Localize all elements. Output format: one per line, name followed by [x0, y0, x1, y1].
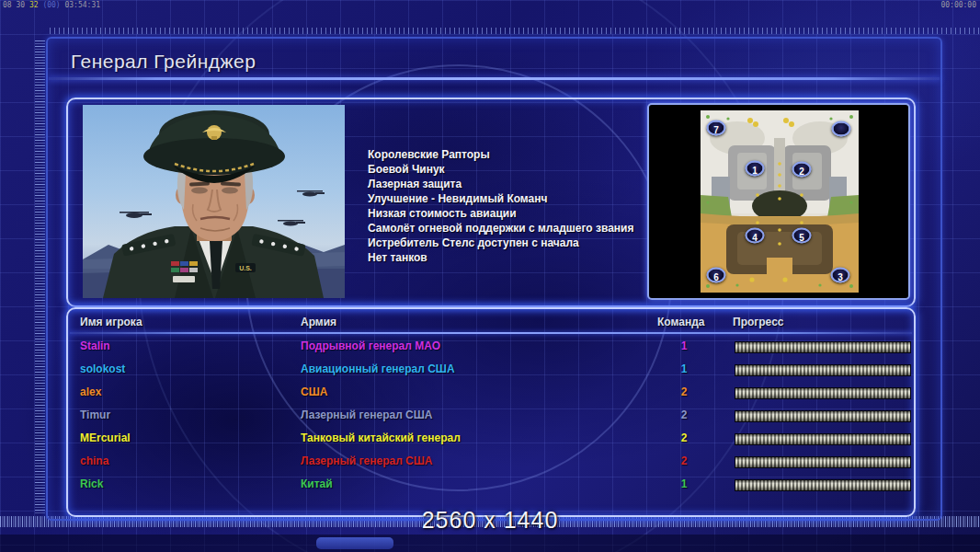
player-name: alex [80, 385, 101, 398]
bottom-highlight [316, 537, 393, 549]
debug-stats: 08 30 32 (00) 03:54:31 [3, 2, 100, 9]
map-start-marker: 3 [831, 268, 850, 283]
player-name: solokost [80, 362, 125, 375]
player-team: 1 [657, 339, 711, 352]
column-header-progress: Прогресс [733, 316, 783, 328]
player-name: china [80, 454, 108, 467]
progress-fill [735, 388, 910, 398]
table-row: Timur Лазерный генерал США 2 [68, 406, 914, 429]
player-army: Подрывной генерал МАО [301, 339, 440, 352]
map-start-marker: 4 [746, 228, 765, 244]
ability-item: Лазерная защита [368, 177, 633, 191]
minimap-image: 7124563 [701, 110, 859, 293]
column-header-team: Команда [657, 316, 704, 328]
svg-text:U.S.: U.S. [239, 265, 252, 271]
player-name: Timur [80, 408, 110, 421]
map-start-marker: 5 [792, 228, 812, 244]
player-army: Китай [301, 477, 333, 490]
ability-item: Нет танков [368, 250, 633, 265]
column-header-name: Имя игрока [80, 316, 142, 328]
ability-item: Самолёт огневой поддержки с младшего зва… [368, 221, 633, 236]
progress-fill [735, 365, 910, 375]
loading-screen: 08 30 32 (00) 03:54:31 00:00:00 Генерал … [0, 0, 980, 552]
top-ruler [50, 28, 980, 34]
progress-bar [735, 433, 911, 445]
us-insignia: U.S. [235, 263, 256, 272]
general-portrait: U.S. [83, 105, 345, 298]
progress-fill [735, 342, 910, 352]
player-team: 2 [657, 408, 711, 421]
minimap-panel: 7124563 [647, 103, 910, 300]
player-name: Rick [80, 477, 103, 490]
progress-fill [735, 457, 910, 467]
player-table-panel: Имя игрока Армия Команда Прогресс Stalin… [66, 307, 916, 517]
left-ruler [35, 40, 45, 515]
player-army: Танковый китайский генерал [301, 431, 461, 444]
player-team: 2 [657, 385, 711, 398]
progress-fill [735, 480, 910, 490]
table-row: MErcurial Танковый китайский генерал 2 [68, 429, 914, 452]
progress-bar [735, 479, 911, 491]
progress-bar [735, 387, 911, 399]
player-army: Лазерный генерал США [301, 408, 433, 421]
progress-fill [735, 411, 910, 421]
ability-item: Боевой Чинук [368, 162, 633, 177]
map-start-marker: 7 [707, 121, 726, 136]
progress-bar [735, 410, 911, 422]
header-divider [70, 332, 912, 334]
progress-fill [735, 434, 910, 444]
player-team: 1 [657, 477, 711, 490]
progress-bar [735, 456, 911, 468]
general-abilities-list: Королевские Рапторы Боевой Чинук Лазерна… [368, 147, 633, 265]
player-name: Stalin [80, 339, 110, 352]
general-info-panel: U.S. [66, 98, 916, 307]
map-start-marker: 6 [707, 268, 726, 283]
table-row: Stalin Подрывной генерал МАО 1 [68, 337, 914, 360]
table-row: solokost Авиационный генерал США 1 [68, 360, 914, 383]
ability-item: Королевские Рапторы [368, 147, 633, 162]
game-clock: 00:00:00 [940, 2, 976, 9]
bottom-band [0, 535, 980, 552]
ability-item: Низкая стоимость авиации [368, 206, 633, 221]
player-army: Авиационный генерал США [301, 362, 455, 375]
title-divider [49, 77, 940, 80]
table-row: Rick Китай 1 [68, 475, 914, 498]
ability-item: Улучшение - Невидимый Команч [368, 191, 633, 206]
player-team: 2 [657, 454, 711, 467]
minimap-terrain [701, 110, 859, 293]
map-start-marker: 2 [792, 162, 812, 178]
resolution-label: 2560 x 1440 [0, 507, 980, 534]
map-start-marker: 1 [746, 161, 765, 177]
player-name: MErcurial [80, 431, 131, 444]
page-title: Генерал Грейнджер [71, 51, 256, 73]
progress-bar [735, 341, 911, 353]
table-row: china Лазерный генерал США 2 [68, 452, 914, 475]
column-header-army: Армия [301, 316, 336, 328]
player-team: 2 [657, 431, 711, 444]
player-rows: Stalin Подрывной генерал МАО 1 solokost … [68, 337, 914, 498]
ability-item: Истребитель Стелс доступен с начала [368, 236, 633, 250]
ribbon-bars [171, 261, 198, 282]
player-army: США [301, 385, 327, 398]
map-start-marker [832, 121, 851, 137]
general-portrait-image: U.S. [83, 105, 345, 298]
player-army: Лазерный генерал США [301, 454, 433, 467]
table-row: alex США 2 [68, 383, 914, 406]
player-team: 1 [657, 362, 711, 375]
progress-bar [735, 364, 911, 376]
